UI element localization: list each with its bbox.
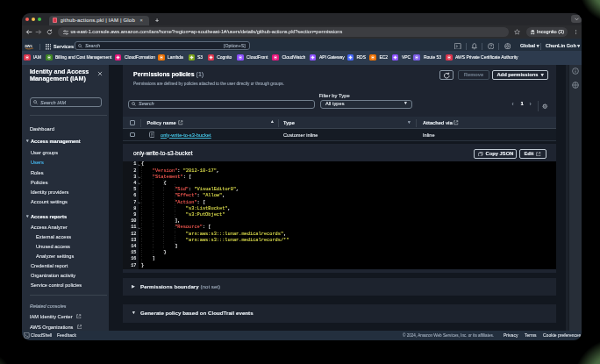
svg-text:aws: aws	[25, 43, 32, 47]
